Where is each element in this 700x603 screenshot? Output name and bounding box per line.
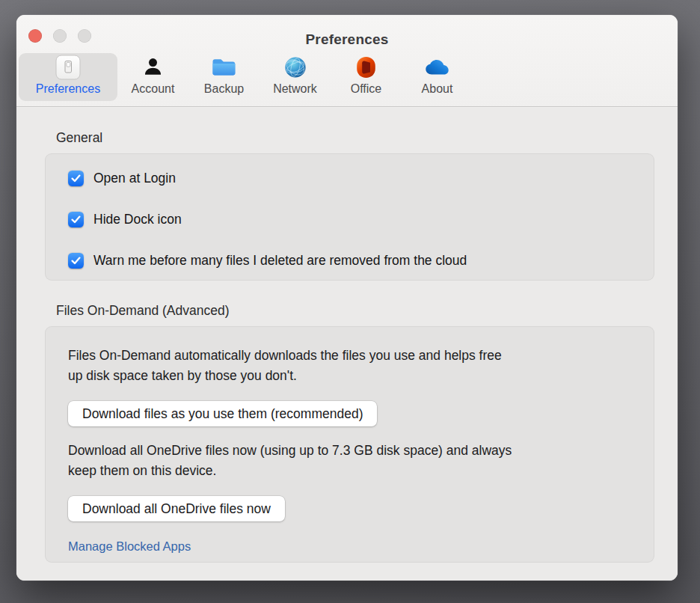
open-at-login-row[interactable]: Open at Login — [46, 170, 654, 186]
check-icon — [71, 215, 81, 224]
preferences-pane: General Open at Login Hide Dock icon War… — [16, 108, 678, 581]
tab-account-label: Account — [132, 82, 175, 96]
check-icon — [71, 174, 81, 183]
office-logo-icon — [356, 53, 376, 81]
preferences-window: Preferences Preferences — [16, 15, 678, 581]
folder-icon — [212, 53, 236, 81]
titlebar: Preferences Preferences — [16, 15, 678, 107]
desktop-background: { "window": { "title": "Preferences" }, … — [0, 0, 700, 603]
description-line: Download all OneDrive files now (using u… — [68, 441, 631, 461]
tab-network-label: Network — [273, 82, 317, 96]
warn-delete-row[interactable]: Warn me before many files I deleted are … — [46, 252, 654, 269]
check-icon — [71, 257, 81, 265]
download-all-button[interactable]: Download all OneDrive files now — [68, 496, 285, 521]
files-on-demand-description: Files On-Demand automatically downloads … — [68, 346, 631, 386]
files-on-demand-group-box: Files On-Demand automatically downloads … — [45, 326, 654, 563]
download-as-used-button[interactable]: Download files as you use them (recommen… — [68, 401, 377, 426]
tab-backup[interactable]: Backup — [188, 53, 260, 101]
files-on-demand-section-header: Files On-Demand (Advanced) — [56, 303, 678, 319]
description-line: up disk space taken by those you don't. — [68, 366, 631, 386]
tab-office[interactable]: Office — [331, 53, 402, 101]
open-at-login-checkbox[interactable] — [68, 171, 84, 186]
tab-office-label: Office — [351, 82, 382, 96]
person-icon — [142, 53, 164, 81]
manage-blocked-apps-link[interactable]: Manage Blocked Apps — [68, 539, 191, 554]
warn-delete-label: Warn me before many files I deleted are … — [93, 253, 467, 269]
warn-delete-checkbox[interactable] — [68, 253, 84, 269]
description-line: keep them on this device. — [68, 461, 631, 481]
description-line: Files On-Demand automatically downloads … — [68, 346, 631, 366]
onedrive-cloud-icon — [425, 53, 449, 81]
toolbar: Preferences Account — [19, 53, 473, 101]
tab-preferences[interactable]: Preferences — [19, 53, 117, 101]
hide-dock-icon-row[interactable]: Hide Dock icon — [46, 211, 654, 227]
general-group-box: Open at Login Hide Dock icon Warn me bef… — [45, 153, 654, 281]
hide-dock-icon-checkbox[interactable] — [68, 212, 84, 227]
tab-about[interactable]: About — [402, 53, 473, 101]
tab-about-label: About — [422, 82, 453, 96]
open-at-login-label: Open at Login — [93, 171, 176, 186]
globe-icon — [284, 53, 307, 81]
window-title: Preferences — [16, 31, 678, 48]
tab-account[interactable]: Account — [117, 53, 188, 101]
tab-network[interactable]: Network — [260, 53, 331, 101]
tab-backup-label: Backup — [204, 82, 244, 96]
preferences-switch-icon — [55, 53, 81, 81]
download-all-description: Download all OneDrive files now (using u… — [68, 441, 631, 481]
tab-preferences-label: Preferences — [36, 82, 100, 96]
hide-dock-icon-label: Hide Dock icon — [93, 212, 182, 227]
general-section-header: General — [56, 130, 678, 146]
